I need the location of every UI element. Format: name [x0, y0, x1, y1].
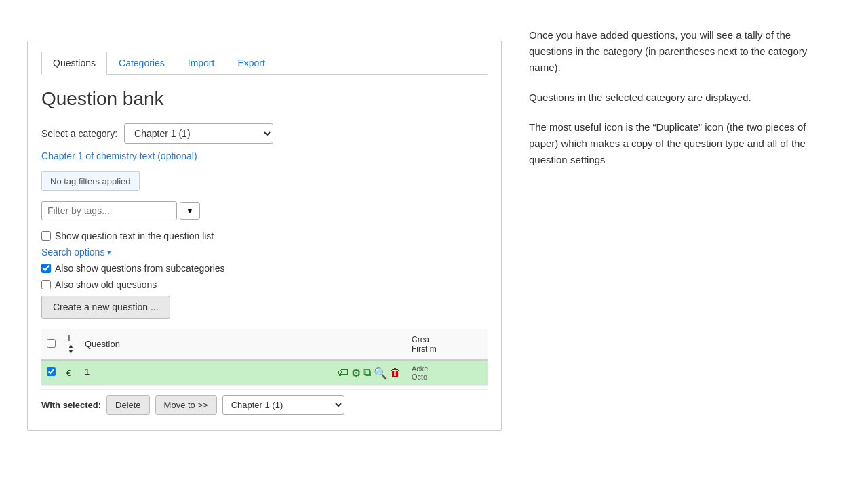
questions-table: T ▲▼ Question Crea First m — [41, 329, 488, 386]
select-category-label: Select a category: — [41, 128, 117, 139]
filter-tags-input[interactable] — [41, 201, 177, 220]
tab-categories[interactable]: Categories — [107, 52, 176, 74]
filter-tags-row: ▼ — [41, 201, 488, 220]
row-question-cell: 1 🏷 ⚙ ⧉ 🔍 🗑 — [79, 360, 406, 386]
create-question-button[interactable]: Create a new question ... — [41, 296, 170, 319]
col-header-question: Question — [79, 329, 406, 360]
select-all-checkbox[interactable] — [47, 339, 56, 348]
question-type-icon: € — [66, 369, 71, 378]
row-checkbox-cell — [41, 360, 61, 386]
show-old-questions-row: Also show old questions — [41, 279, 488, 290]
col-header-type: T ▲▼ — [61, 329, 79, 360]
move-to-select[interactable]: Chapter 1 (1) — [222, 395, 344, 415]
with-selected-label: With selected: — [41, 400, 101, 410]
category-description-link[interactable]: Chapter 1 of chemistry text (optional) — [41, 150, 488, 161]
action-icons-group: 🏷 ⚙ ⧉ 🔍 🗑 — [338, 367, 401, 380]
right-panel-para1: Once you have added questions, you will … — [529, 27, 814, 76]
row-type-cell: € — [61, 360, 79, 386]
col-header-checkbox — [41, 329, 61, 360]
delete-icon[interactable]: 🗑 — [390, 367, 401, 379]
show-subcategories-row: Also show questions from subcategories — [41, 263, 488, 274]
show-subcategories-label[interactable]: Also show questions from subcategories — [55, 263, 225, 274]
col-header-created: Crea First m — [406, 329, 488, 360]
tab-import[interactable]: Import — [176, 52, 226, 74]
tab-export[interactable]: Export — [226, 52, 276, 74]
category-select-row: Select a category: Chapter 1 (1) — [41, 123, 488, 144]
preview-icon[interactable]: 🔍 — [374, 367, 387, 380]
page-title: Question bank — [41, 88, 488, 110]
search-options-label: Search options — [41, 247, 104, 258]
tab-questions[interactable]: Questions — [41, 52, 107, 75]
search-options-toggle[interactable]: Search options ▾ — [41, 247, 488, 258]
tabs-bar: Questions Categories Import Export — [41, 52, 488, 75]
show-old-questions-label[interactable]: Also show old questions — [55, 279, 157, 290]
no-tag-filters-badge: No tag filters applied — [41, 171, 140, 191]
sort-arrows-type: ▲▼ — [68, 343, 74, 355]
right-panel-para3: The most useful icon is the “Duplicate” … — [529, 119, 814, 168]
right-panel-para2: Questions in the selected category are d… — [529, 89, 814, 106]
table-row: € 1 🏷 ⚙ ⧉ 🔍 🗑 — [41, 360, 488, 386]
search-options-arrow-icon: ▾ — [107, 248, 111, 257]
show-question-text-row: Show question text in the question list — [41, 230, 488, 241]
show-question-text-label[interactable]: Show question text in the question list — [55, 230, 214, 241]
category-select[interactable]: Chapter 1 (1) — [124, 123, 273, 144]
show-question-text-checkbox[interactable] — [41, 231, 51, 241]
filter-dropdown-button[interactable]: ▼ — [180, 202, 200, 220]
tag-icon[interactable]: 🏷 — [338, 367, 349, 379]
sort-type-icon[interactable]: T ▲▼ — [66, 333, 74, 353]
move-to-button[interactable]: Move to >> — [155, 395, 217, 415]
question-number: 1 — [85, 367, 90, 377]
settings-icon[interactable]: ⚙ — [351, 367, 361, 380]
with-selected-bar: With selected: Delete Move to >> Chapter… — [41, 389, 488, 420]
row-created-cell: Acke Octo — [406, 360, 488, 386]
right-panel: Once you have added questions, you will … — [502, 14, 841, 474]
delete-selected-button[interactable]: Delete — [106, 395, 150, 415]
duplicate-icon[interactable]: ⧉ — [363, 367, 371, 379]
row-checkbox[interactable] — [47, 367, 56, 376]
question-col-label: Question — [85, 339, 120, 349]
show-subcategories-checkbox[interactable] — [41, 264, 51, 273]
show-old-questions-checkbox[interactable] — [41, 280, 51, 289]
